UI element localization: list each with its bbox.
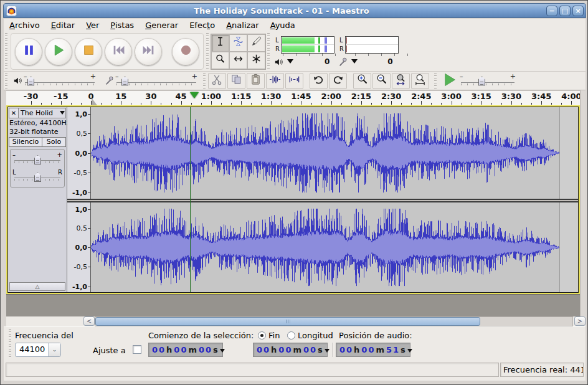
snap-to-checkbox[interactable] <box>133 345 141 354</box>
fit-selection-button[interactable] <box>392 73 410 89</box>
ruler-tick <box>341 103 342 105</box>
transport-toolbar-grip[interactable] <box>4 33 9 70</box>
ruler-label: 3:15 <box>472 92 491 101</box>
edit-toolbar-grip[interactable] <box>202 73 207 88</box>
input-meter-right-label: R <box>339 46 344 52</box>
stop-button[interactable] <box>75 38 102 65</box>
radio-length-icon[interactable] <box>287 331 295 340</box>
radio-end-icon[interactable] <box>258 331 266 340</box>
ruler-label: 2:00 <box>321 92 341 101</box>
output-volume-slider[interactable]: – + <box>25 74 95 88</box>
ruler-tick <box>181 101 182 105</box>
timefield-dropdown-icon[interactable] <box>325 349 330 355</box>
zoom-in-button[interactable] <box>353 73 371 89</box>
tools-toolbar-grip[interactable] <box>206 33 210 70</box>
output-meter-dropdown-icon[interactable] <box>287 59 293 67</box>
pause-button[interactable] <box>15 38 42 65</box>
tools-toolbar <box>211 34 266 70</box>
play-button[interactable] <box>45 38 72 65</box>
undo-icon <box>313 74 325 88</box>
radio-length-option[interactable]: Longitud <box>287 331 333 340</box>
input-volume-slider[interactable]: – + <box>116 74 196 88</box>
radio-end-option[interactable]: Fin <box>258 331 280 340</box>
menu-pistas[interactable]: Pistas <box>105 20 140 31</box>
rewind-button[interactable] <box>105 38 132 65</box>
envelope-tool-button[interactable] <box>229 34 247 52</box>
playback-speed-slider[interactable]: – + <box>461 74 514 88</box>
paste-button[interactable] <box>247 73 265 89</box>
selection-toolbar-grip[interactable] <box>8 329 12 358</box>
timefield-dropdown-icon[interactable] <box>407 349 412 355</box>
rate-combo-arrow-icon[interactable]: ⌄ <box>48 343 60 356</box>
output-volume-thumb[interactable] <box>27 77 34 86</box>
ruler-tick <box>371 103 372 105</box>
maximize-button[interactable]: □ <box>559 6 571 16</box>
menu-efecto[interactable]: Efecto <box>184 20 220 31</box>
audio-position-field[interactable]: 00h00m51s <box>336 343 410 357</box>
menu-archivo[interactable]: Archivo <box>4 20 45 31</box>
output-meter[interactable]: LR <box>274 36 334 54</box>
trim-button[interactable] <box>266 73 284 89</box>
timefield-unit-m: m <box>375 345 386 354</box>
undo-button[interactable] <box>310 73 328 89</box>
waveform-channel-right[interactable] <box>91 202 578 292</box>
title-bar[interactable]: The Holiday Soundtrack - 01 - Maestro − … <box>3 3 586 18</box>
mute-button[interactable]: Silencio <box>9 137 42 147</box>
selection-tool-button[interactable] <box>211 34 229 52</box>
minimize-button[interactable]: − <box>546 6 557 16</box>
channel-divider[interactable] <box>67 199 578 202</box>
copy-button[interactable] <box>227 73 245 89</box>
transcription-toolbar-grip[interactable] <box>434 73 438 88</box>
ruler-tick <box>411 103 412 105</box>
selection-start-field[interactable]: 00h00m00s <box>148 343 223 357</box>
play-at-speed-button[interactable] <box>442 72 457 90</box>
timeshift-tool-button[interactable] <box>229 52 247 69</box>
draw-tool-button[interactable] <box>247 34 265 52</box>
stop-icon <box>82 44 95 59</box>
timefield-dropdown-icon[interactable] <box>220 349 225 355</box>
gain-thumb[interactable] <box>34 155 41 164</box>
vruler-tick <box>88 247 90 248</box>
zoom-out-button[interactable] <box>372 73 391 89</box>
speed-thumb[interactable] <box>478 77 485 86</box>
zoomtool-tool-button[interactable] <box>211 52 229 69</box>
menu-ayuda[interactable]: Ayuda <box>265 20 301 31</box>
pan-thumb[interactable] <box>34 173 41 182</box>
cut-button[interactable] <box>208 73 226 89</box>
track-control-panel: ✕ The Holid Estéreo, 44100Hz 32-bit flot… <box>8 107 67 292</box>
fit-project-button[interactable] <box>411 73 429 89</box>
solo-button[interactable]: Solo <box>42 137 66 147</box>
timeline-ruler[interactable]: -30-1501530451:001:151:301:452:002:152:3… <box>6 90 580 105</box>
silence-button[interactable] <box>285 73 303 89</box>
track-close-button[interactable]: ✕ <box>9 108 19 118</box>
gain-slider[interactable]: – + <box>14 151 60 166</box>
hscroll-track[interactable] <box>95 316 573 326</box>
forward-button[interactable] <box>135 38 162 65</box>
close-button[interactable]: × <box>572 6 584 16</box>
project-rate-combo[interactable]: 44100 ⌄ <box>15 343 61 357</box>
track-name-menu[interactable]: The Holid <box>19 108 66 118</box>
waveform-channel-left[interactable] <box>91 107 578 199</box>
menu-generar[interactable]: Generar <box>140 20 184 31</box>
hscroll-thumb[interactable] <box>95 317 480 326</box>
input-meter-dropdown-icon[interactable] <box>351 59 358 67</box>
vertical-scrollbar[interactable] <box>580 90 586 316</box>
menu-analizar[interactable]: Analizar <box>220 20 264 31</box>
vruler-label: -1,0 <box>72 189 87 197</box>
scroll-right-button[interactable]: > <box>574 316 586 326</box>
selection-end-field[interactable]: 00h00m00s <box>253 343 328 357</box>
input-meter[interactable]: LR <box>338 36 399 54</box>
ruler-tick <box>191 103 192 105</box>
multi-tool-button[interactable] <box>247 52 265 69</box>
input-volume-thumb[interactable] <box>121 77 128 86</box>
track-collapse-button[interactable]: △ <box>9 282 65 291</box>
scroll-left-button[interactable]: < <box>83 316 95 326</box>
redo-button[interactable] <box>329 73 347 89</box>
mixer-toolbar-grip[interactable] <box>4 73 9 88</box>
ruler-tick <box>311 103 312 105</box>
pan-slider[interactable]: L R <box>14 169 60 184</box>
menu-editar[interactable]: Editar <box>45 20 81 31</box>
meter-toolbar-grip[interactable] <box>267 33 271 70</box>
menu-ver[interactable]: Ver <box>80 20 105 31</box>
record-button[interactable] <box>172 38 199 65</box>
